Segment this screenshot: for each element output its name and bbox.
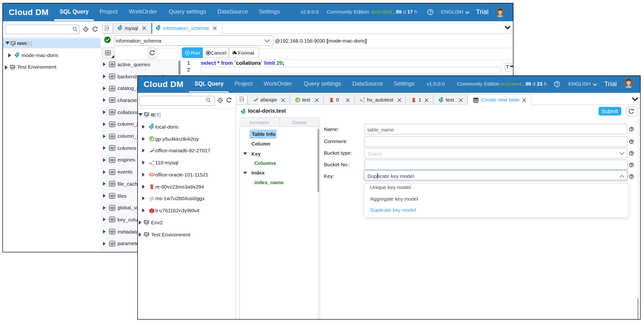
svg-text:Ti: Ti [150, 210, 152, 213]
svg-text:SQL: SQL [362, 100, 365, 102]
svg-text:ORACLE: ORACLE [150, 174, 154, 175]
svg-text:SQL: SQL [151, 164, 154, 165]
